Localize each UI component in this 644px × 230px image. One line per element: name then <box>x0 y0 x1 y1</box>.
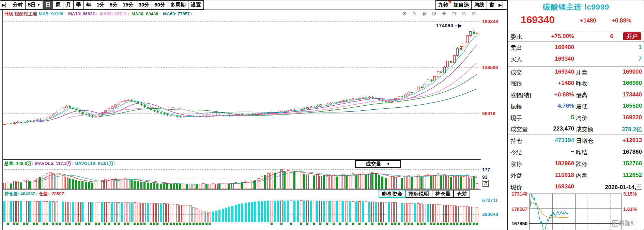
quote-row: 涨跌+1480昨收166980 <box>508 78 644 89</box>
quote-row: 外盘110818内盘112652 <box>508 170 644 181</box>
skip-forward-icon[interactable]: ▶▏ <box>0 0 10 10</box>
quote-row-value: 169340 <box>528 183 574 190</box>
quote-panel: 碳酸锂主连 lc9999 169340 +1480 +0.88% 委比 +75.… <box>507 0 644 230</box>
tab-60min[interactable]: 60分 <box>152 0 168 10</box>
lock-icon[interactable]: ⊓ <box>449 11 459 17</box>
open-account-button[interactable]: 开户 <box>623 32 641 40</box>
period-tabs: 分时5日▼日周月季年1分5分15分30分60分多周期设置 <box>10 0 204 10</box>
quote-row-label: 外盘 <box>510 172 522 180</box>
quote-row-value: +0.88% <box>528 91 574 98</box>
watermark-logo: K 格隆汇 <box>612 220 635 227</box>
tab-1min[interactable]: 1分 <box>94 0 107 10</box>
high-price-annotation: 174060 ─▶ <box>436 22 462 29</box>
zoom-out-icon[interactable]: ⊖ <box>469 11 479 17</box>
skip-forward-icon[interactable]: ▶▏ <box>497 0 507 10</box>
quote-row-label: 持仓 <box>510 137 522 145</box>
mini-axis-price: 170567 <box>508 206 527 212</box>
bid-price: 169340 <box>535 56 574 62</box>
divider <box>508 31 644 31</box>
tab-settings[interactable]: 设置 <box>188 0 204 10</box>
quote-row-value: 2026-01-14,三 <box>598 183 642 191</box>
tab-5day[interactable]: 5日▼ <box>25 0 43 10</box>
tab-week[interactable]: 周 <box>53 0 63 10</box>
mini-axis-price: 167860 <box>508 221 527 226</box>
down-arrow-icon: ↓ <box>64 191 66 196</box>
btn-dark-pool-funds[interactable]: 暗盘资金 <box>379 190 406 198</box>
axis-oi-label: 280048 <box>482 212 498 217</box>
quote-row: 今结−昨结167860 <box>508 147 644 158</box>
eye-icon[interactable]: ◉ <box>419 11 429 17</box>
quote-row-label: 日增仓 <box>576 137 593 145</box>
open-interest-header: 持仓量: 484357↓ 仓差: -78597↓ <box>4 191 66 197</box>
btn-open-interest[interactable]: 持仓量 <box>432 190 454 198</box>
price-change-pct: +0.88% <box>612 17 631 24</box>
tab-day[interactable]: 日 <box>43 0 53 10</box>
tab-multi-period[interactable]: 多周期 <box>168 0 188 10</box>
quote-row-label: 均价 <box>576 114 587 122</box>
up-arrow-icon: ↑ <box>113 161 116 166</box>
tab-30min[interactable]: 30分 <box>136 0 152 10</box>
tab-year[interactable]: 年 <box>83 0 94 10</box>
weibi-count: 6 <box>603 33 613 40</box>
price-axis: 180348 138583 96818 177 91 万 672711 2800… <box>481 10 507 230</box>
chevron-down-icon: ▼ <box>37 3 40 7</box>
ma-label: MA30: 80438 <box>130 11 158 16</box>
btn-ma[interactable]: 均线 <box>471 0 487 10</box>
ask-row: 卖出 169400 1 <box>508 43 644 54</box>
instrument-title: 碳酸锂主连 lc9999 <box>508 2 644 12</box>
quote-row-label: 内盘 <box>576 172 587 180</box>
watermark-k-icon: K <box>612 220 618 227</box>
btn-jiuzhuan[interactable]: 九转 <box>435 0 451 10</box>
quote-row: 涨停182960跌停152760 <box>508 158 644 169</box>
settings-icon[interactable]: ⚙ <box>400 11 410 17</box>
ask-price: 169400 <box>535 44 574 51</box>
indicator-dropdown[interactable]: 成交量▼ <box>355 160 401 168</box>
quote-row-label: 昨结 <box>576 149 587 156</box>
divider <box>508 42 644 42</box>
tab-month[interactable]: 月 <box>63 0 74 10</box>
tab-quarter[interactable]: 季 <box>73 0 84 10</box>
ma-label: MA10: 86622 <box>67 11 95 16</box>
btn-add-watchlist[interactable]: 加自选 <box>451 0 472 10</box>
up-arrow-icon: ↑ <box>190 11 193 16</box>
tab-5min[interactable]: 5分 <box>107 0 120 10</box>
up-arrow-icon: ↑ <box>96 11 98 16</box>
hand-icon[interactable]: ✥ <box>439 11 449 17</box>
arrow-icon: ─▶ <box>455 22 462 28</box>
price-change: +1480 <box>580 17 596 24</box>
quote-row-label: 成交量 <box>510 125 528 133</box>
up-arrow-icon: ↑ <box>159 11 161 16</box>
btn-indicator-help[interactable]: 指标说明 <box>405 190 432 198</box>
axis-price-label: 96818 <box>482 111 495 116</box>
quote-row-value: 152760 <box>598 160 642 167</box>
quote-row-value: − <box>528 149 574 155</box>
btn-oi-change[interactable]: 仓差 <box>453 190 470 198</box>
chart-tool-icons: ⚙✎◉⊞✥⊓⊕⊖ <box>400 11 479 17</box>
down-arrow-icon: ↓ <box>35 191 37 196</box>
nine-turn-t-marker: T <box>460 45 463 51</box>
quote-row-value: 169340 <box>528 68 574 75</box>
mini-axis-price: 173140 <box>508 191 527 197</box>
toolbox-icon[interactable]: ⊞ <box>429 11 439 17</box>
last-price: 169340 <box>521 14 555 26</box>
quote-row-label: 成交额 <box>576 125 593 133</box>
draw-icon[interactable]: ✎ <box>410 11 419 17</box>
quote-row-value: 112652 <box>598 172 642 179</box>
axis-price-label: 138583 <box>482 65 498 70</box>
weibi-value: +75.00% <box>535 33 574 40</box>
tab-15min[interactable]: 15分 <box>120 0 136 10</box>
quote-row-value: 223,470 <box>528 125 574 132</box>
zoom-in-icon[interactable]: ⊕ <box>459 11 469 17</box>
intraday-mini-chart[interactable] <box>529 194 622 230</box>
quote-row: 持仓473194日增仓+12913 <box>508 135 644 146</box>
axis-volume-label: 177 <box>482 167 490 172</box>
futures-trading-app: ▶▏ 分时5日▼日周月季年1分5分15分30分60分多周期设置 九转加自选均线窗… <box>0 0 644 230</box>
ma-label: MA5: 90100 <box>39 11 63 16</box>
bid-size: 7 <box>639 56 642 62</box>
period-toolbar: ▶▏ 分时5日▼日周月季年1分5分15分30分60分多周期设置 九转加自选均线窗… <box>0 0 507 10</box>
quote-row-label: 昨收 <box>576 80 587 88</box>
quote-row-value: 169220 <box>598 114 642 121</box>
tab-fenshi[interactable]: 分时 <box>10 0 26 10</box>
daily-candlestick-chart[interactable] <box>3 10 480 159</box>
btn-window[interactable]: 窗 <box>487 0 497 10</box>
